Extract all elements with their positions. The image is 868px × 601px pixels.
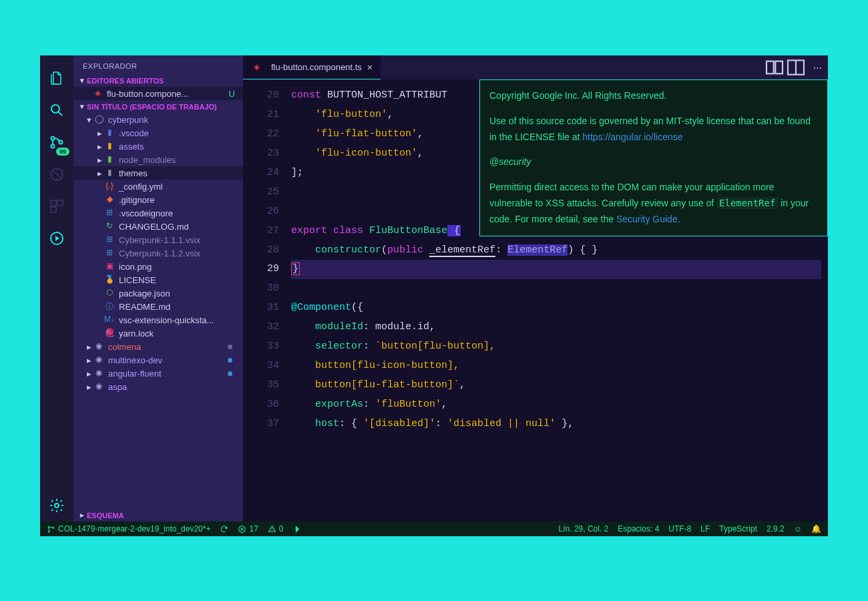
radio-open-icon: ◯ <box>93 114 104 125</box>
indentation[interactable]: Espacios: 4 <box>618 524 659 534</box>
debug-icon[interactable] <box>40 158 73 190</box>
svg-point-13 <box>48 526 49 528</box>
sync-icon[interactable] <box>220 525 228 534</box>
tree-folder-nodemodules[interactable]: ▸▮node_modules <box>73 153 243 166</box>
tree-folder-cyberpunk[interactable]: ▾◯cyberpunk <box>73 113 243 126</box>
feedback-icon[interactable]: ☺ <box>794 524 802 534</box>
sidebar-title: EXPLORADOR <box>73 55 243 74</box>
folder-label: themes <box>119 168 148 178</box>
file-label: _config.yml <box>119 182 163 192</box>
extensions-icon[interactable] <box>40 190 73 222</box>
tree-folder-aspa[interactable]: ▸◉aspa <box>73 380 243 393</box>
warnings-count[interactable]: 0 <box>268 524 284 534</box>
encoding[interactable]: UTF-8 <box>668 524 691 534</box>
notifications-icon[interactable]: 🔔 <box>811 524 821 534</box>
file-label: LICENSE <box>119 275 156 285</box>
outline-head[interactable]: ▸ ESQUEMA <box>73 509 243 522</box>
hover-tooltip: Copyright Google Inc. All Rights Reserve… <box>479 79 828 236</box>
tree-file-vsix2[interactable]: ⊞Cyberpunk-1.1.2.vsix <box>73 246 243 260</box>
chevron-down-icon: ▾ <box>77 102 87 111</box>
more-actions-icon[interactable]: ⋯ <box>807 55 828 79</box>
explorer-icon[interactable] <box>40 62 73 94</box>
tree-file-config[interactable]: {.}_config.yml <box>73 180 243 193</box>
svg-point-0 <box>51 105 59 113</box>
open-editor-item[interactable]: ◈ flu-button.compone... U <box>73 87 243 100</box>
tree-file-quickstart[interactable]: M↓vsc-extension-quicksta... <box>73 313 243 327</box>
file-label: .vscodeignore <box>119 208 173 218</box>
language-mode[interactable]: TypeScript <box>719 524 757 534</box>
settings-gear-icon[interactable] <box>40 489 73 522</box>
file-tree: ▾◯cyberpunk ▸▮.vscode ▸▮assets ▸▮node_mo… <box>73 113 243 509</box>
search-icon[interactable] <box>40 94 73 126</box>
git-status-untracked: U <box>225 89 239 99</box>
tree-folder-angularfluent[interactable]: ▸◉angular-fluent <box>73 367 243 380</box>
hover-link[interactable]: Security Guide <box>616 214 678 224</box>
tree-folder-vscode[interactable]: ▸▮.vscode <box>73 126 243 140</box>
npm-icon: ⬡ <box>104 288 115 298</box>
folder-label: cyberpunk <box>108 115 148 125</box>
file-label: yarn.lock <box>119 329 154 339</box>
changelog-icon: ↻ <box>104 221 115 232</box>
radio-icon: ◉ <box>93 368 104 379</box>
svg-point-15 <box>53 527 54 528</box>
tree-file-vscodeignore[interactable]: ⊞.vscodeignore <box>73 206 243 220</box>
tree-file-readme[interactable]: ⓘREADME.md <box>73 300 243 313</box>
folder-label: angular-fluent <box>108 369 162 379</box>
file-label: Cyberpunk-1.1.1.vsix <box>119 235 200 245</box>
svg-point-3 <box>59 141 63 144</box>
angular-icon: ◈ <box>92 88 103 99</box>
folder-label: assets <box>119 142 144 152</box>
open-editors-head[interactable]: ▾ EDITORES ABIERTOS <box>73 74 243 87</box>
vsix-icon: ⊞ <box>104 234 115 245</box>
svg-point-9 <box>55 504 59 508</box>
tree-file-yarn[interactable]: 🧶yarn.lock <box>73 327 243 340</box>
tree-file-changelog[interactable]: ↻CHANGELOG.md <box>73 220 243 233</box>
folder-icon: ▮ <box>104 141 115 152</box>
hover-link[interactable]: https://angular.io/license <box>582 132 682 142</box>
scm-badge: 99 <box>56 148 69 156</box>
tree-file-icon[interactable]: ▣icon.png <box>73 260 243 273</box>
tree-file-vsix1[interactable]: ⊞Cyberpunk-1.1.1.vsix <box>73 233 243 246</box>
vscode-icon: ⊞ <box>104 208 115 218</box>
markdown-icon: M↓ <box>104 315 115 325</box>
hover-line: Copyright Google Inc. All Rights Reserve… <box>489 88 818 104</box>
split-editor-icon[interactable] <box>785 55 807 79</box>
tree-file-gitignore[interactable]: ◆.gitignore <box>73 193 243 206</box>
workspace-head[interactable]: ▾ SIN TÍTULO (ESPACIO DE TRABAJO) <box>73 100 243 113</box>
typescript-version[interactable]: 2.9.2 <box>767 524 785 534</box>
svg-point-14 <box>48 530 49 532</box>
svg-point-2 <box>51 145 55 148</box>
compare-changes-icon[interactable] <box>764 55 785 79</box>
eol[interactable]: LF <box>700 524 710 534</box>
tree-folder-themes[interactable]: ▸▮themes <box>73 166 243 180</box>
outline-label: ESQUEMA <box>87 512 124 520</box>
chevron-right-icon: ▸ <box>77 511 87 520</box>
folder-label: node_modules <box>119 155 176 165</box>
tree-folder-multinexo[interactable]: ▸◉multinexo-dev <box>73 353 243 367</box>
tree-folder-colmena[interactable]: ▸◉colmena <box>73 340 243 353</box>
yaml-icon: {.} <box>104 181 115 192</box>
folder-icon: ▮ <box>104 128 115 138</box>
editor-tab[interactable]: ◈ flu-button.component.ts × <box>243 55 381 79</box>
code-content[interactable]: const BUTTON_HOST_ATTRIBUT 'flu-button',… <box>291 79 828 522</box>
git-branch[interactable]: COL-1479-mergear-2-dev19_into_dev20*+ <box>47 524 210 534</box>
live-share-icon[interactable] <box>40 222 73 254</box>
open-editor-filename: flu-button.compone... <box>107 89 188 99</box>
tree-file-package[interactable]: ⬡package.json <box>73 286 243 300</box>
tree-file-license[interactable]: 🏅LICENSE <box>73 273 243 286</box>
cursor-position[interactable]: Lín. 29, Col. 2 <box>559 524 609 534</box>
folder-label: .vscode <box>119 128 149 138</box>
svg-rect-11 <box>775 61 783 74</box>
status-bar: COL-1479-mergear-2-dev19_into_dev20*+ 17… <box>40 522 828 536</box>
line-gutter: 2021 2223 2425 2627 2829 3031 3233 3435 … <box>243 79 291 522</box>
file-label: README.md <box>119 302 170 312</box>
live-server-icon[interactable] <box>293 525 302 534</box>
code-editor[interactable]: 2021 2223 2425 2627 2829 3031 3233 3435 … <box>243 79 828 522</box>
errors-count[interactable]: 17 <box>238 524 258 534</box>
close-icon[interactable]: × <box>367 62 373 73</box>
source-control-icon[interactable]: 99 <box>40 126 73 158</box>
hover-line: Use of this source code is governed by a… <box>489 114 818 146</box>
svg-rect-5 <box>51 200 56 206</box>
tree-folder-assets[interactable]: ▸▮assets <box>73 140 243 153</box>
radio-icon: ◉ <box>93 381 104 392</box>
